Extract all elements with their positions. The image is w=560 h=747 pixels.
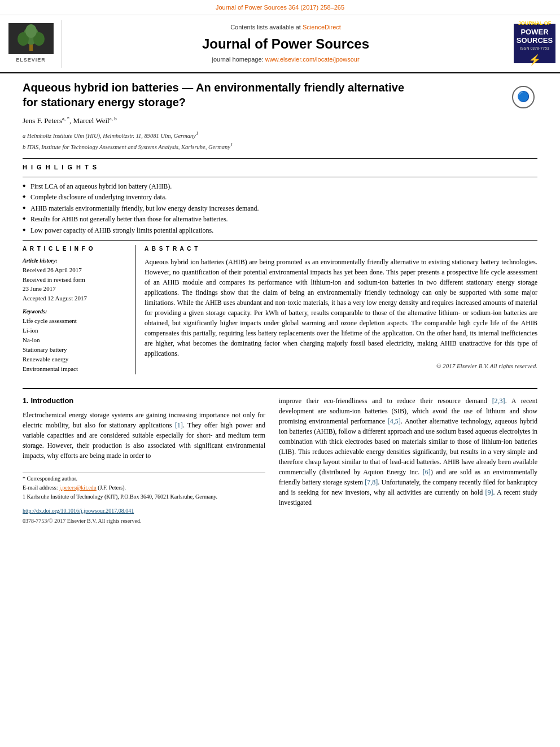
- lightning-icon: ⚡: [528, 53, 541, 67]
- abstract-label: A B S T R A C T: [145, 245, 537, 254]
- ref-2-3[interactable]: [2,3]: [492, 397, 505, 405]
- page: Journal of Power Sources 364 (2017) 258–…: [0, 0, 560, 747]
- footnote-corresponding: * Corresponding author.: [23, 475, 265, 483]
- keyword-5: Renewable energy: [23, 355, 128, 364]
- section-heading-intro: 1. Introduction: [23, 396, 265, 407]
- ref-4-5[interactable]: [4,5]: [388, 417, 401, 425]
- power-sources-logo: JOURNAL OF POWERSOURCES ISSN 0378-7753 ⚡: [514, 24, 555, 63]
- divider-highlights-top: [23, 158, 537, 159]
- divider-after-highlights: [23, 240, 537, 241]
- abstract-text: Aqueous hybrid ion batteries (AHIB) are …: [145, 257, 537, 359]
- highlight-item-1: First LCA of an aqueous hybrid ion batte…: [23, 182, 537, 191]
- elsevier-label: ELSEVIER: [16, 56, 46, 64]
- power-sources-logo-container: JOURNAL OF POWERSOURCES ISSN 0378-7753 ⚡: [509, 20, 560, 68]
- abstract-column: A B S T R A C T Aqueous hybrid ion batte…: [145, 245, 537, 374]
- svg-point-5: [25, 24, 37, 38]
- sciencedirect-line: Contents lists available at ScienceDirec…: [73, 23, 498, 32]
- journal-homepage: journal homepage: www.elsevier.com/locat…: [73, 55, 498, 64]
- journal-citation: Journal of Power Sources 364 (2017) 258–…: [0, 0, 560, 15]
- footnote-section: * Corresponding author. E-mail address: …: [23, 472, 265, 501]
- received-date: Received 26 April 2017: [23, 266, 128, 275]
- highlight-item-2: Complete disclosure of underlying invent…: [23, 193, 537, 202]
- ref-7-8[interactable]: [7,8]: [365, 478, 378, 486]
- divider-highlights-bottom: [23, 177, 537, 177]
- article-info-label: A R T I C L E I N F O: [23, 245, 128, 254]
- footnote-email: E-mail address: j.peters@kit.edu (J.F. P…: [23, 484, 265, 492]
- keywords-label: Keywords:: [23, 308, 128, 316]
- highlights-list: First LCA of an aqueous hybrid ion batte…: [23, 182, 537, 235]
- keyword-1: Life cycle assessment: [23, 317, 128, 326]
- body-right-col: improve their eco-friendliness and to re…: [279, 396, 537, 525]
- accepted-date: Accepted 12 August 2017: [23, 294, 128, 303]
- doi-section: http://dx.doi.org/10.1016/j.jpowsour.201…: [23, 505, 265, 525]
- ref-1[interactable]: [1]: [175, 421, 183, 429]
- homepage-link[interactable]: www.elsevier.com/locate/jpowsour: [265, 56, 360, 63]
- journal-title: Journal of Power Sources: [73, 34, 498, 54]
- title-row: Aqueous hybrid ion batteries — An enviro…: [23, 80, 537, 115]
- doi-link[interactable]: http://dx.doi.org/10.1016/j.jpowsour.201…: [23, 508, 134, 514]
- elsevier-tree-image: [8, 23, 54, 54]
- footnote-1: 1 Karlsruhe Institute of Technology (KIT…: [23, 493, 265, 501]
- highlight-item-5: Low power capacity of AHIB strongly limi…: [23, 226, 537, 235]
- authors-line: Jens F. Petersa, *, Marcel Weila, b: [23, 115, 537, 126]
- copyright-line: © 2017 Elsevier B.V. All rights reserved…: [145, 362, 537, 371]
- received-revised-date: Received in revised form23 June 2017: [23, 276, 128, 294]
- article-title: Aqueous hybrid ion batteries — An enviro…: [23, 80, 418, 110]
- intro-paragraph-1: Electrochemical energy storage systems a…: [23, 410, 265, 461]
- crossmark-widget[interactable]: 🔵: [509, 83, 537, 111]
- article-info-column: A R T I C L E I N F O Article history: R…: [23, 245, 135, 374]
- sciencedirect-link[interactable]: ScienceDirect: [303, 24, 341, 30]
- highlight-item-3: AHIB materials environmentally friendly,…: [23, 204, 537, 213]
- body-divider: [23, 388, 537, 389]
- keyword-2: Li-ion: [23, 326, 128, 335]
- highlight-item-4: Results for AHIB not generally better th…: [23, 215, 537, 224]
- highlights-label: H I G H L I G H T S: [23, 163, 537, 172]
- elsevier-logo: ELSEVIER: [0, 20, 62, 68]
- journal-header: ELSEVIER Contents lists available at Sci…: [0, 15, 560, 73]
- keyword-4: Stationary battery: [23, 346, 128, 355]
- ref-6[interactable]: [6]: [423, 468, 431, 476]
- ref-9[interactable]: [9]: [485, 488, 493, 496]
- keyword-6: Environmental impact: [23, 365, 128, 374]
- affiliations: a Helmholtz Institute Ulm (HIU), Helmhol…: [23, 130, 537, 151]
- email-link[interactable]: j.peters@kit.edu: [59, 484, 97, 491]
- body-left-col: 1. Introduction Electrochemical energy s…: [23, 396, 265, 525]
- keyword-3: Na-ion: [23, 336, 128, 345]
- affiliation-2: b ITAS, Institute for Technology Assessm…: [23, 141, 537, 151]
- article-info-abstract: A R T I C L E I N F O Article history: R…: [23, 245, 537, 374]
- issn-text: 0378-7753/© 2017 Elsevier B.V. All right…: [23, 517, 265, 526]
- intro-paragraph-2: improve their eco-friendliness and to re…: [279, 396, 537, 508]
- body-section: 1. Introduction Electrochemical energy s…: [0, 396, 560, 525]
- journal-center: Contents lists available at ScienceDirec…: [62, 20, 509, 68]
- affiliation-1: a Helmholtz Institute Ulm (HIU), Helmhol…: [23, 130, 537, 140]
- history-label: Article history:: [23, 257, 128, 265]
- main-content: Aqueous hybrid ion batteries — An enviro…: [0, 73, 560, 381]
- citation-text: Journal of Power Sources 364 (2017) 258–…: [216, 4, 344, 11]
